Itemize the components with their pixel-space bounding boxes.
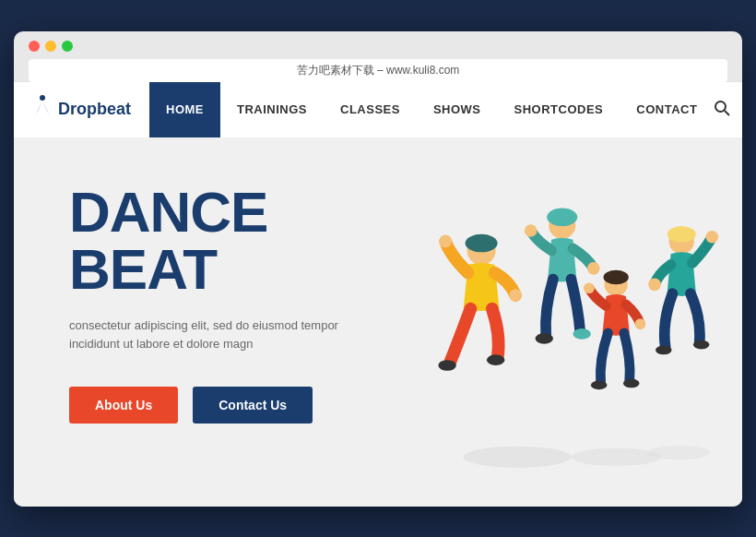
maximize-button[interactable] bbox=[62, 41, 73, 52]
logo-text: Dropbeat bbox=[58, 100, 131, 119]
svg-point-15 bbox=[587, 262, 600, 275]
svg-line-2 bbox=[725, 111, 729, 115]
about-us-button[interactable]: About Us bbox=[69, 387, 178, 424]
svg-point-26 bbox=[706, 230, 719, 243]
svg-point-8 bbox=[439, 234, 452, 247]
hero-title: DANCE BEAT bbox=[69, 184, 409, 298]
svg-point-17 bbox=[573, 328, 590, 340]
nav-item-trainings[interactable]: TRAININGS bbox=[220, 82, 324, 137]
website-content: Dropbeat HOME TRAININGS CLASSES SHOWS SH… bbox=[14, 82, 742, 507]
svg-point-25 bbox=[667, 226, 696, 243]
logo[interactable]: Dropbeat bbox=[32, 94, 131, 125]
svg-point-22 bbox=[591, 380, 608, 389]
svg-point-0 bbox=[40, 95, 45, 101]
svg-point-10 bbox=[438, 360, 455, 371]
svg-point-14 bbox=[525, 224, 537, 237]
svg-point-9 bbox=[509, 289, 522, 302]
svg-point-20 bbox=[584, 282, 595, 293]
svg-point-21 bbox=[635, 318, 646, 329]
nav-item-shows[interactable]: SHOWS bbox=[417, 82, 498, 137]
svg-point-16 bbox=[536, 332, 553, 343]
contact-us-button[interactable]: Contact Us bbox=[193, 387, 313, 424]
svg-point-4 bbox=[571, 448, 660, 465]
browser-dots bbox=[29, 41, 73, 52]
nav-item-shortcodes[interactable]: SHORTCODES bbox=[498, 82, 620, 137]
browser-window: 苦力吧素材下载 – www.kuli8.com Dropbeat HOME TR… bbox=[14, 31, 742, 507]
nav-item-contact[interactable]: CONTACT bbox=[620, 82, 714, 137]
browser-chrome: 苦力吧素材下载 – www.kuli8.com bbox=[14, 31, 742, 82]
hero-buttons: About Us Contact Us bbox=[69, 387, 409, 424]
svg-point-11 bbox=[487, 354, 504, 365]
svg-point-3 bbox=[464, 446, 572, 467]
close-button[interactable] bbox=[29, 41, 40, 52]
hero-title-line2: BEAT bbox=[69, 237, 217, 301]
svg-point-19 bbox=[604, 269, 629, 284]
svg-point-27 bbox=[648, 278, 661, 291]
minimize-button[interactable] bbox=[45, 41, 56, 52]
url-bar[interactable]: 苦力吧素材下载 – www.kuli8.com bbox=[29, 59, 727, 82]
svg-point-7 bbox=[466, 233, 498, 251]
search-icon[interactable] bbox=[714, 100, 730, 120]
svg-point-1 bbox=[715, 101, 726, 112]
navbar: Dropbeat HOME TRAININGS CLASSES SHOWS SH… bbox=[14, 82, 742, 137]
hero-title-line1: DANCE bbox=[69, 180, 267, 244]
svg-point-5 bbox=[647, 445, 710, 459]
logo-icon bbox=[32, 94, 53, 125]
svg-point-28 bbox=[656, 345, 672, 354]
nav-item-classes[interactable]: CLASSES bbox=[324, 82, 417, 137]
svg-point-13 bbox=[547, 208, 577, 225]
hero-illustration bbox=[383, 156, 724, 507]
hero-section: DANCE BEAT consectetur adipiscing elit, … bbox=[14, 137, 742, 507]
hero-subtitle: consectetur adipiscing elit, sed do eius… bbox=[69, 316, 364, 355]
nav-links: HOME TRAININGS CLASSES SHOWS SHORTCODES … bbox=[149, 82, 714, 137]
hero-content: DANCE BEAT consectetur adipiscing elit, … bbox=[69, 184, 409, 424]
svg-point-29 bbox=[693, 340, 710, 349]
nav-item-home[interactable]: HOME bbox=[149, 82, 220, 137]
svg-point-23 bbox=[623, 378, 640, 388]
